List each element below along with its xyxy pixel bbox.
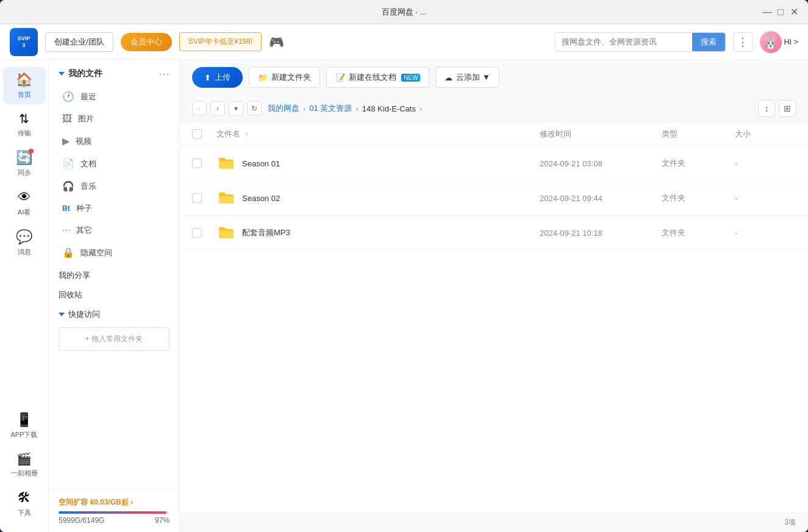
document-icon: 📄 bbox=[62, 158, 74, 169]
sidebar-bottom: 📱 APP下载 🎬 一刻相册 🛠 下具 bbox=[3, 407, 46, 532]
nav-document-label: 文档 bbox=[80, 158, 96, 169]
table-row[interactable]: Season 01 2024-09-21 03:08 文件夹 - bbox=[180, 146, 808, 181]
storage-used: 5999G/6149G bbox=[59, 516, 104, 525]
new-folder-label: 新建文件夹 bbox=[271, 72, 311, 83]
quick-add-box[interactable]: + 拖入常用文件夹 bbox=[59, 327, 170, 351]
vip-button[interactable]: 会员中心 bbox=[121, 33, 172, 51]
left-panel-header: 我的文件 ⋯ bbox=[49, 60, 179, 85]
nav-other[interactable]: ··· 其它 bbox=[52, 219, 176, 241]
sidebar-app-label: APP下载 bbox=[10, 430, 37, 439]
file-modified-season01: 2024-09-21 03:08 bbox=[540, 159, 662, 168]
right-content: ⬆ 上传 📁 新建文件夹 📝 新建在线文档 NEW ☁ 云添加 ▼ bbox=[180, 60, 808, 532]
sidebar-item-transfer[interactable]: ⇅ 传输 bbox=[3, 107, 46, 143]
sidebar-transfer-label: 传输 bbox=[18, 129, 31, 138]
header-menu-button[interactable]: ⋮ bbox=[733, 32, 753, 52]
sidebar-item-album[interactable]: 🎬 一刻相册 bbox=[3, 447, 46, 483]
enterprise-button[interactable]: 创建企业/团队 bbox=[45, 32, 113, 52]
sidebar-message-label: 消息 bbox=[18, 247, 31, 257]
file-table: 文件名 ↑ 修改时间 类型 大小 bbox=[180, 122, 808, 512]
sidebar-item-ai[interactable]: 👁 AI看 bbox=[3, 185, 46, 222]
collapse-icon[interactable] bbox=[59, 72, 65, 76]
breadcrumb-resources[interactable]: 01 英文资源 bbox=[309, 103, 352, 114]
file-name-audio: 配套音频MP3 bbox=[242, 227, 290, 238]
header-checkbox[interactable] bbox=[192, 129, 202, 139]
nav-video-label: 视频 bbox=[76, 136, 91, 147]
game-icon[interactable]: 🎮 bbox=[269, 35, 284, 49]
app-icon: 📱 bbox=[16, 412, 32, 428]
breadcrumb-mycloud[interactable]: 我的网盘 bbox=[268, 103, 299, 114]
nav-recent[interactable]: 🕐 最近 bbox=[52, 85, 176, 108]
my-files-label: 我的文件 bbox=[68, 68, 102, 79]
logo[interactable]: SVIP3 bbox=[10, 28, 38, 56]
recent-icon: 🕐 bbox=[62, 91, 74, 102]
new-online-doc-label: 新建在线文档 bbox=[349, 72, 396, 83]
search-input[interactable] bbox=[556, 34, 692, 50]
minimize-button[interactable]: — bbox=[763, 8, 771, 16]
file-type-audio: 文件夹 bbox=[662, 227, 735, 238]
table-row[interactable]: Season 02 2024-09-21 09:44 文件夹 - bbox=[180, 181, 808, 216]
quick-access-collapse-icon[interactable] bbox=[59, 313, 65, 316]
sort-button[interactable]: ↕ bbox=[758, 100, 775, 117]
avatar: 🐰 bbox=[760, 31, 782, 53]
file-size-audio: - bbox=[735, 229, 796, 238]
new-folder-button[interactable]: 📁 新建文件夹 bbox=[249, 67, 320, 88]
hi-text: Hi > bbox=[784, 37, 798, 46]
col-modified: 修改时间 bbox=[540, 129, 662, 140]
nav-music[interactable]: 🎧 音乐 bbox=[52, 175, 176, 197]
nav-bt[interactable]: Bt 种子 bbox=[52, 197, 176, 219]
back-button[interactable]: ‹ bbox=[192, 101, 207, 116]
dropdown-button[interactable]: ▾ bbox=[229, 101, 243, 116]
doc-plus-icon: 📝 bbox=[335, 73, 345, 82]
main-layout: 🏠 首页 ⇅ 传输 🔄 同步 👁 AI看 💬 消息 bbox=[0, 60, 808, 532]
sidebar-item-tools[interactable]: 🛠 下具 bbox=[3, 485, 46, 522]
storage-expand-link[interactable]: 空间扩容 ¥0.03/GB起 › bbox=[59, 497, 170, 508]
row-checkbox-season02[interactable] bbox=[192, 193, 202, 203]
sidebar-home-label: 首页 bbox=[18, 90, 31, 99]
item-count: 3项 bbox=[784, 517, 796, 528]
nav-music-label: 音乐 bbox=[80, 181, 96, 192]
file-name-season01: Season 01 bbox=[242, 159, 280, 168]
upload-button[interactable]: ⬆ 上传 bbox=[192, 67, 243, 88]
more-options-icon[interactable]: ⋯ bbox=[159, 67, 170, 80]
header: SVIP3 创建企业/团队 会员中心 SVIP年卡低至¥198! 🎮 搜索 ⋮ … bbox=[0, 24, 808, 60]
sidebar-item-message[interactable]: 💬 消息 bbox=[3, 224, 46, 261]
nav-hidden[interactable]: 🔒 隐藏空间 bbox=[52, 241, 176, 264]
breadcrumb-sep-2: › bbox=[356, 104, 358, 113]
nav-document[interactable]: 📄 文档 bbox=[52, 152, 176, 175]
breadcrumb-sep-3: › bbox=[420, 104, 422, 113]
my-files-title: 我的文件 bbox=[59, 68, 102, 79]
forward-button[interactable]: › bbox=[210, 101, 225, 116]
col-name: 文件名 ↑ bbox=[216, 129, 540, 140]
sidebar-album-label: 一刻相册 bbox=[11, 469, 38, 478]
sidebar-item-home[interactable]: 🏠 首页 bbox=[3, 67, 46, 104]
file-size-season02: - bbox=[735, 194, 796, 203]
quick-access-header: 快捷访问 bbox=[49, 303, 179, 324]
cloud-add-button[interactable]: ☁ 云添加 ▼ bbox=[435, 67, 499, 88]
grid-view-button[interactable]: ⊞ bbox=[779, 100, 796, 117]
svip-button[interactable]: SVIP年卡低至¥198! bbox=[179, 32, 262, 51]
search-button[interactable]: 搜索 bbox=[692, 33, 725, 51]
folder-icon-season01 bbox=[216, 154, 236, 173]
video-icon: ▶ bbox=[62, 135, 70, 147]
my-share-link[interactable]: 我的分享 bbox=[49, 264, 179, 283]
sidebar-item-sync[interactable]: 🔄 同步 bbox=[3, 145, 46, 182]
quick-access-label: 快捷访问 bbox=[68, 309, 100, 320]
recycle-link[interactable]: 回收站 bbox=[49, 283, 179, 303]
nav-pictures[interactable]: 🖼 图片 bbox=[52, 108, 176, 130]
sidebar-item-app[interactable]: 📱 APP下载 bbox=[3, 407, 46, 444]
search-bar: 搜索 bbox=[555, 32, 726, 52]
storage-percent: 97% bbox=[155, 516, 170, 525]
col-type: 类型 bbox=[662, 129, 735, 140]
storage-section: 空间扩容 ¥0.03/GB起 › 5999G/6149G 97% bbox=[49, 489, 179, 532]
close-button[interactable]: ✕ bbox=[790, 8, 798, 16]
maximize-button[interactable]: □ bbox=[776, 8, 785, 16]
row-checkbox-audio[interactable] bbox=[192, 228, 202, 238]
new-online-doc-button[interactable]: 📝 新建在线文档 NEW bbox=[326, 67, 429, 88]
row-checkbox-season01[interactable] bbox=[192, 158, 202, 168]
nav-video[interactable]: ▶ 视频 bbox=[52, 130, 176, 152]
breadcrumb-current: 148 Kid-E-Cats bbox=[362, 104, 416, 113]
nav-pictures-label: 图片 bbox=[78, 113, 94, 124]
table-row[interactable]: 配套音频MP3 2024-09-21 10:18 文件夹 - bbox=[180, 216, 808, 250]
refresh-button[interactable]: ↻ bbox=[247, 101, 262, 116]
avatar-area[interactable]: 🐰 Hi > bbox=[760, 31, 798, 53]
